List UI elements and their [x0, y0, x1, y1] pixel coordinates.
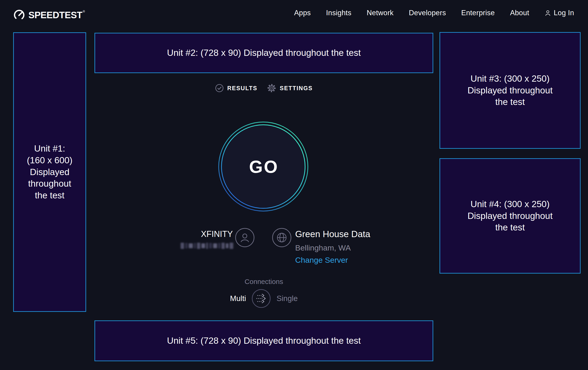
ad-unit-3-line: Displayed throughout: [467, 85, 553, 96]
ad-unit-5-text: Unit #5: (728 x 90) Displayed throughout…: [167, 335, 361, 347]
server-location: Bellingham, WA: [295, 243, 351, 252]
user-icon: [544, 10, 551, 16]
speedometer-icon: [13, 9, 25, 21]
server-globe-icon: [272, 228, 292, 247]
tab-settings-label: SETTINGS: [280, 85, 313, 91]
ad-unit-4-line: Displayed throughout: [467, 210, 553, 222]
ad-unit-1-line: throughout: [28, 178, 71, 190]
tab-results-label: RESULTS: [227, 85, 257, 91]
nav-item-insights[interactable]: Insights: [326, 9, 352, 17]
ad-unit-1-line: Displayed: [30, 166, 69, 178]
go-label: GO: [218, 121, 309, 212]
redacted-isp-details: [181, 242, 233, 249]
check-circle-icon: [215, 84, 224, 92]
ad-unit-2[interactable]: Unit #2: (728 x 90) Displayed throughout…: [94, 33, 433, 73]
speedtest-page: SPEEDTEST ® Apps Insights Network Develo…: [0, 0, 588, 370]
ad-unit-1[interactable]: Unit #1: (160 x 600) Displayed throughou…: [13, 32, 86, 312]
tab-bar: RESULTS SETTINGS: [94, 83, 433, 93]
logo-text: SPEEDTEST: [28, 8, 82, 22]
login-label: Log In: [554, 9, 574, 17]
nav-item-network[interactable]: Network: [367, 9, 394, 17]
logo-trademark: ®: [83, 10, 85, 13]
ad-unit-4[interactable]: Unit #4: (300 x 250) Displayed throughou…: [440, 158, 581, 274]
isp-user-icon: [235, 228, 254, 247]
ad-unit-1-line: (160 x 600): [27, 155, 72, 166]
nav-item-apps[interactable]: Apps: [294, 9, 311, 17]
connections-row: Multi Single: [94, 289, 433, 308]
server-name: Green House Data: [295, 229, 370, 239]
ad-unit-1-line: Unit #1:: [34, 143, 65, 155]
main-nav: Apps Insights Network Developers Enterpr…: [294, 0, 574, 26]
ad-unit-3-line: the test: [495, 96, 525, 108]
change-server-link[interactable]: Change Server: [295, 256, 348, 265]
ad-unit-3-line: Unit #3: (300 x 250): [471, 73, 550, 85]
ad-unit-2-text: Unit #2: (728 x 90) Displayed throughout…: [167, 47, 361, 59]
tab-settings[interactable]: SETTINGS: [267, 83, 313, 93]
ad-unit-5[interactable]: Unit #5: (728 x 90) Displayed throughout…: [94, 320, 433, 361]
tab-results[interactable]: RESULTS: [215, 84, 257, 92]
connections-multi-label[interactable]: Multi: [230, 294, 246, 303]
connections-toggle-icon[interactable]: [252, 289, 271, 308]
go-button[interactable]: GO: [218, 121, 309, 212]
connections-label: Connections: [94, 278, 433, 286]
isp-name: XFINITY: [162, 229, 233, 239]
login-button[interactable]: Log In: [544, 9, 574, 17]
speedtest-logo[interactable]: SPEEDTEST ®: [13, 8, 85, 22]
connections-single-label[interactable]: Single: [276, 294, 298, 303]
ad-unit-4-line: Unit #4: (300 x 250): [471, 198, 550, 210]
nav-item-enterprise[interactable]: Enterprise: [461, 9, 495, 17]
nav-item-developers[interactable]: Developers: [409, 9, 446, 17]
ad-unit-3[interactable]: Unit #3: (300 x 250) Displayed throughou…: [440, 32, 581, 149]
ad-unit-4-line: the test: [495, 222, 525, 233]
gear-icon: [267, 83, 276, 93]
ad-unit-1-line: the test: [35, 190, 64, 201]
nav-item-about[interactable]: About: [510, 9, 529, 17]
